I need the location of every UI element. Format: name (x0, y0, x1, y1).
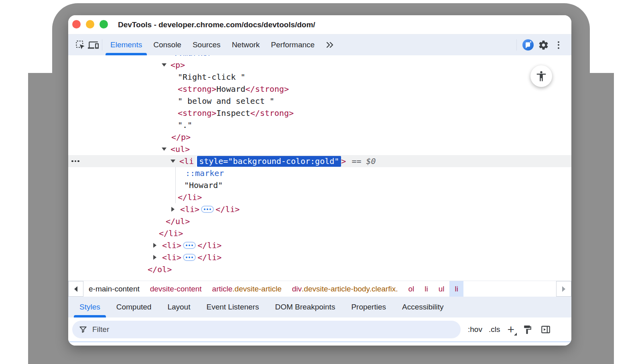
traffic-lights (72, 20, 108, 28)
pseudo-element-token[interactable]: ::marker (173, 55, 212, 58)
close-button[interactable] (72, 20, 81, 28)
tab-performance[interactable]: Performance (265, 34, 320, 55)
accessibility-fab-button[interactable] (530, 65, 552, 87)
more-panels-icon[interactable] (323, 38, 336, 52)
dom-tree-row[interactable]: <li></li> (68, 251, 571, 263)
twisty-collapsed-icon[interactable] (153, 243, 162, 248)
tag-token[interactable]: <strong> (178, 108, 216, 118)
sidebar-tab-accessibility[interactable]: Accessibility (394, 297, 451, 317)
tab-network[interactable]: Network (226, 34, 266, 55)
console-dollar-ref: $0 (366, 156, 376, 166)
tag-token[interactable]: </ol> (148, 265, 172, 274)
dom-tree-row[interactable]: </li> (68, 227, 571, 239)
sidebar-tab-dom-breakpoints[interactable]: DOM Breakpoints (267, 297, 343, 317)
expand-children-ellipsis-button[interactable] (201, 206, 214, 213)
new-style-rule-plus-icon[interactable]: + (507, 324, 514, 335)
toggle-cls[interactable]: .cls (489, 325, 500, 334)
dom-tree-row[interactable]: ::marker (68, 55, 571, 59)
dom-tree-row[interactable]: <strong>Inspect</strong> (68, 107, 571, 119)
tag-token[interactable]: <li> (162, 253, 181, 262)
tag-token[interactable]: <li> (180, 204, 199, 214)
twisty-expanded-icon[interactable] (162, 63, 171, 67)
minimize-button[interactable] (86, 20, 94, 28)
tab-console[interactable]: Console (148, 34, 187, 55)
inspect-element-icon[interactable] (74, 38, 87, 52)
toggle-hov[interactable]: :hov (468, 325, 482, 334)
more-options-kebab-icon[interactable] (552, 38, 565, 52)
dom-tree-row[interactable]: <p> (68, 59, 571, 71)
accessibility-person-icon (535, 70, 547, 82)
style-state-toggles: :hov.cls (468, 321, 500, 338)
ai-assistant-icon[interactable] (522, 38, 534, 52)
sidebar-tab-label: Styles (79, 303, 100, 311)
tag-token[interactable]: <ul> (171, 144, 190, 154)
dom-tree-row[interactable]: ::marker (68, 167, 571, 179)
tab-sources[interactable]: Sources (187, 34, 226, 55)
dom-tree-row[interactable]: </ol> (68, 263, 571, 275)
dom-tree-row[interactable]: <li></li> (68, 203, 571, 215)
attribute-editor[interactable]: style="background-color:gold" (197, 156, 341, 167)
zoom-button[interactable] (100, 20, 108, 28)
tag-token[interactable]: </li> (197, 253, 221, 262)
tag-token[interactable]: <li> (162, 241, 181, 250)
format-paint-brush-icon[interactable] (522, 325, 532, 335)
dom-tree-row[interactable]: </ul> (68, 215, 571, 227)
sidebar-tab-computed[interactable]: Computed (108, 297, 160, 317)
expand-children-ellipsis-button[interactable] (183, 254, 196, 261)
filter-input[interactable] (92, 325, 454, 334)
toggle-sidebar-icon[interactable] (540, 324, 551, 335)
breadcrumb-scroll-right-button[interactable] (556, 281, 571, 297)
dom-tree-row[interactable]: "." (68, 119, 571, 131)
twisty-expanded-icon[interactable] (171, 160, 179, 163)
dom-tree-row[interactable]: <listyle="background-color:gold">==$0 (68, 155, 571, 167)
breadcrumb: e-main-contentdevsite-contentarticle.dev… (83, 281, 463, 297)
twisty-collapsed-icon[interactable] (171, 207, 180, 212)
dom-tree-row[interactable]: " below and select " (68, 95, 571, 107)
breadcrumb-item[interactable]: li (419, 281, 433, 297)
breadcrumb-item[interactable]: li (449, 281, 463, 297)
breadcrumb-scroll-left-button[interactable] (68, 281, 83, 297)
breadcrumb-bar: e-main-contentdevsite-contentarticle.dev… (68, 281, 571, 297)
toggle-device-toolbar-icon[interactable] (87, 38, 100, 52)
pseudo-element-token[interactable]: ::marker (185, 168, 224, 178)
sidebar-tab-layout[interactable]: Layout (159, 297, 198, 317)
tag-token[interactable]: > (341, 156, 346, 166)
dom-tree-row[interactable]: <li></li> (68, 239, 571, 251)
text-node-token: "Right-click " (178, 72, 246, 82)
tag-token[interactable]: </strong> (250, 108, 294, 118)
tag-token[interactable]: </ul> (166, 216, 190, 226)
tab-elements[interactable]: Elements (105, 34, 148, 55)
sidebar-tab-styles[interactable]: Styles (71, 297, 108, 317)
filter-bar-icons: + (507, 321, 551, 338)
tag-token[interactable]: </strong> (246, 84, 289, 94)
tag-token[interactable]: </li> (215, 204, 240, 214)
breadcrumb-item[interactable]: div.devsite-article-body.clearfix. (287, 281, 403, 297)
breadcrumb-item[interactable]: ul (433, 281, 450, 297)
dom-tree-row[interactable]: <strong>Howard</strong> (68, 83, 571, 95)
node-options-dots-icon[interactable] (71, 155, 79, 167)
twisty-collapsed-icon[interactable] (153, 255, 162, 260)
tag-token[interactable]: <strong> (178, 84, 216, 94)
breadcrumb-item[interactable]: devsite-content (145, 281, 207, 297)
breadcrumb-item[interactable]: e-main-content (83, 281, 145, 297)
dom-tree-row[interactable]: "Howard" (68, 179, 571, 191)
breadcrumb-item[interactable]: ol (403, 281, 419, 297)
tag-token[interactable]: </li> (178, 192, 202, 202)
breadcrumb-item[interactable]: article.devsite-article (207, 281, 287, 297)
dom-tree-row[interactable]: "Right-click " (68, 71, 571, 83)
tag-token[interactable]: <p> (171, 60, 185, 70)
dom-tree-row[interactable]: </li> (68, 191, 571, 203)
sidebar-tab-properties[interactable]: Properties (343, 297, 394, 317)
elements-dom-tree: ::marker<p>"Right-click "<strong>Howard<… (68, 55, 571, 281)
tag-token[interactable]: </p> (171, 132, 191, 142)
breadcrumb-part: article (212, 285, 233, 293)
settings-gear-icon[interactable] (537, 38, 550, 52)
dom-tree-row[interactable]: </p> (68, 131, 571, 143)
tag-token[interactable]: <li (179, 156, 194, 166)
expand-children-ellipsis-button[interactable] (183, 242, 196, 249)
sidebar-tab-event-listeners[interactable]: Event Listeners (198, 297, 267, 317)
tag-token[interactable]: </li> (197, 241, 221, 250)
twisty-expanded-icon[interactable] (162, 148, 171, 151)
dom-tree-row[interactable]: <ul> (68, 143, 571, 155)
tag-token[interactable]: </li> (159, 229, 183, 238)
